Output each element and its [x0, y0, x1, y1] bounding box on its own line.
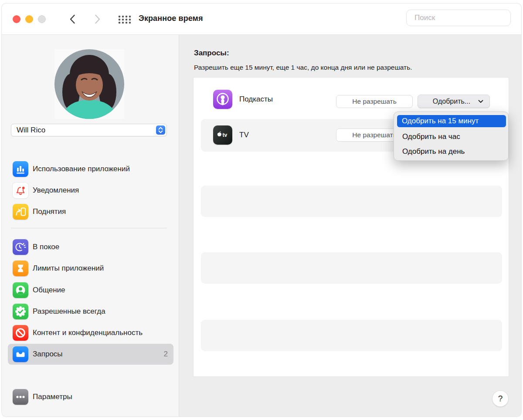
sidebar-item-notifications[interactable]: Уведомления: [8, 180, 173, 201]
sidebar-item-label: Лимиты приложений: [33, 264, 104, 273]
screen-time-window: Экранное время: [2, 3, 521, 417]
chevron-down-icon: [478, 100, 483, 103]
avatar-photo-icon: [54, 49, 124, 119]
sidebar-item-communication[interactable]: Общение: [8, 280, 173, 301]
user-name: Will Rico: [17, 126, 45, 135]
sidebar-item-options[interactable]: Параметры: [8, 386, 173, 407]
approve-dropdown-button[interactable]: Одобрить...: [418, 95, 490, 108]
prohibition-icon: [13, 325, 28, 341]
apple-tv-app-icon: tv: [213, 125, 232, 145]
hourglass-icon: [13, 261, 28, 276]
sidebar-item-label: Разрешенные всегда: [33, 307, 105, 316]
sidebar-item-label: Уведомления: [33, 186, 79, 195]
chevron-left-icon: [69, 14, 75, 24]
chevron-right-icon: [95, 14, 101, 24]
sidebar-divider: [11, 228, 167, 228]
approve-menu: Одобрить на 15 минут Одобрить на час Одо…: [394, 112, 509, 161]
person-circle-icon: [13, 282, 28, 298]
bar-chart-icon: [13, 161, 28, 177]
minimize-button[interactable]: [25, 15, 33, 23]
sidebar-item-label: Использование приложений: [33, 165, 130, 173]
menu-item-approve-day[interactable]: Одобрить на день: [394, 146, 508, 158]
grid-icon: [118, 15, 132, 24]
sidebar-item-label: Запросы: [33, 350, 63, 359]
sidebar-item-label: Поднятия: [33, 207, 66, 216]
sidebar: Will Rico Использование приложений: [2, 35, 179, 417]
close-button[interactable]: [13, 15, 20, 23]
sidebar-item-label: Параметры: [33, 393, 72, 401]
sidebar-item-always-allowed[interactable]: Разрешенные всегда: [8, 301, 173, 322]
menu-item-approve-hour[interactable]: Одобрить на час: [394, 131, 508, 143]
bell-icon: [13, 183, 28, 198]
sidebar-item-downtime[interactable]: В покое: [8, 237, 173, 257]
empty-request-row: [201, 320, 502, 351]
svg-text:tv: tv: [223, 132, 228, 138]
titlebar: Экранное время: [2, 3, 521, 35]
help-button[interactable]: ?: [492, 391, 508, 406]
sidebar-item-requests[interactable]: Запросы 2: [8, 344, 173, 365]
inbox-tray-icon: [13, 346, 28, 362]
zoom-button: [38, 15, 46, 23]
sidebar-item-content-privacy[interactable]: Контент и конфиденциальность: [8, 322, 173, 343]
show-all-button[interactable]: [117, 14, 132, 25]
empty-request-row: [201, 252, 502, 284]
sidebar-item-pickups[interactable]: Поднятия: [8, 201, 173, 222]
main-content: Запросы: Разрешить еще 15 минут, еще 1 ч…: [179, 35, 521, 417]
user-dropdown[interactable]: Will Rico: [11, 124, 167, 136]
sidebar-item-label: Контент и конфиденциальность: [33, 329, 143, 337]
window-title: Экранное время: [139, 14, 203, 23]
dropdown-stepper-icon: [156, 125, 165, 135]
sidebar-item-label: В покое: [33, 243, 59, 251]
approve-button-label: Одобрить...: [425, 98, 478, 105]
podcasts-app-icon: [213, 90, 232, 109]
search-field[interactable]: [406, 10, 511, 26]
avatar: [54, 49, 124, 119]
sidebar-item-app-limits[interactable]: Лимиты приложений: [8, 258, 173, 279]
checkmark-seal-icon: [13, 304, 28, 319]
pickup-arrow-phone-icon: [13, 204, 28, 220]
request-app-name: Подкасты: [239, 95, 273, 104]
sidebar-item-label: Общение: [33, 286, 65, 295]
request-app-name: TV: [239, 131, 249, 139]
search-input[interactable]: [414, 14, 511, 22]
requests-heading: Запросы:: [194, 49, 229, 58]
sidebar-item-app-usage[interactable]: Использование приложений: [8, 159, 173, 180]
ellipsis-icon: [13, 389, 28, 405]
menu-item-approve-15-min[interactable]: Одобрить на 15 минут: [397, 115, 506, 128]
downtime-clock-icon: [13, 239, 28, 255]
deny-button[interactable]: Не разрешать: [336, 95, 413, 108]
back-button[interactable]: [66, 13, 78, 25]
requests-description: Разрешить еще 15 минут, еще 1 час, до ко…: [194, 64, 412, 71]
empty-request-row: [201, 186, 502, 217]
forward-button[interactable]: [92, 13, 104, 25]
requests-count-badge: 2: [164, 350, 168, 359]
